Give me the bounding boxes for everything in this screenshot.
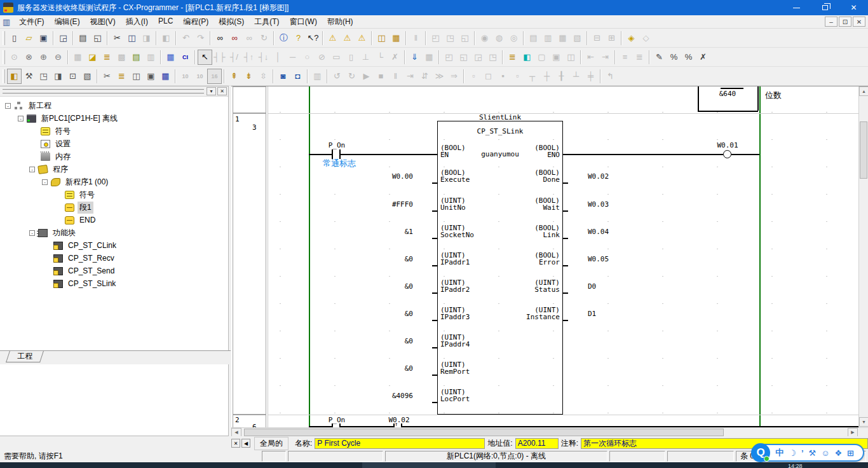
- force-off-icon[interactable]: %: [667, 50, 681, 65]
- properties-info-icon[interactable]: ⓘ: [276, 31, 291, 46]
- fb-output-operand-done[interactable]: W0.02: [588, 172, 609, 181]
- monitor-view-icon[interactable]: ▩: [114, 50, 129, 65]
- vscroll-thumb[interactable]: [860, 121, 867, 179]
- rung-comment-list-icon[interactable]: ≣: [100, 50, 114, 65]
- scan-run-icon[interactable]: ⇒: [447, 69, 461, 84]
- ime-skin-icon[interactable]: ❖: [834, 448, 842, 458]
- tree-item-cp-st-recv[interactable]: CP_ST_Recv: [0, 252, 228, 265]
- io-transfer-icon[interactable]: ◳: [443, 31, 458, 46]
- select-tool-icon[interactable]: ↖: [198, 50, 212, 65]
- fb-transfer-icon[interactable]: ⇓: [407, 50, 422, 65]
- restore-button[interactable]: [811, 0, 839, 15]
- mem-view-1-icon[interactable]: ▤: [526, 31, 541, 46]
- symbol-list-icon[interactable]: ▤: [129, 50, 144, 65]
- paste-rung-icon[interactable]: ◧: [159, 31, 173, 46]
- save-icon[interactable]: ▣: [36, 31, 51, 46]
- address-window-icon[interactable]: ⊡: [65, 69, 80, 84]
- menu-帮助[interactable]: 帮助(H): [322, 15, 358, 29]
- symbol-name-field[interactable]: P First Cycle: [315, 438, 485, 449]
- menu-视图[interactable]: 视图(V): [85, 15, 121, 29]
- properties-icon[interactable]: ▧: [80, 69, 95, 84]
- output-coil[interactable]: [723, 150, 731, 158]
- tree-item-cp-st-clink[interactable]: CP_ST_CLink: [0, 239, 228, 252]
- watch-find-icon[interactable]: ⚠: [355, 31, 369, 46]
- monitor-1-icon[interactable]: ⊟: [590, 31, 604, 46]
- fb-memory-icon[interactable]: ▦: [422, 50, 437, 65]
- plc-write-protect-icon[interactable]: ◙: [276, 69, 290, 84]
- workspace-toggle-icon[interactable]: ◧: [7, 69, 22, 84]
- fb-library-icon[interactable]: ≣: [114, 69, 129, 84]
- fb-input-operand-execute[interactable]: W0.00: [306, 172, 413, 181]
- address-reference-icon[interactable]: ▦: [389, 31, 403, 46]
- tree-item-program1[interactable]: -新程序1 (00): [0, 176, 228, 188]
- grid-toggle-icon[interactable]: ▦: [71, 50, 85, 65]
- breakpoint-1-icon[interactable]: ▫: [466, 69, 481, 84]
- protect-release-icon[interactable]: ◇: [639, 31, 653, 46]
- ime-emoji-icon[interactable]: ☺: [821, 448, 829, 458]
- contact-nc-icon[interactable]: ┤/: [227, 50, 241, 65]
- rung-up-icon[interactable]: ◲: [471, 50, 485, 65]
- user-3-icon[interactable]: ◎: [506, 31, 521, 46]
- tree-item-settings[interactable]: 设置: [0, 137, 228, 150]
- vertical-line-icon[interactable]: │: [271, 50, 285, 65]
- paste-icon[interactable]: ◨: [139, 31, 154, 46]
- clipboard-view-icon[interactable]: ◫: [129, 69, 144, 84]
- toolbar-grip[interactable]: [3, 50, 5, 64]
- user-2-icon[interactable]: ◍: [492, 31, 506, 46]
- cross-reference-icon[interactable]: ◫: [374, 31, 389, 46]
- fb-instance-list-icon[interactable]: ≣: [505, 50, 520, 65]
- line-delete-icon[interactable]: ✗: [388, 50, 402, 65]
- binary-view-icon[interactable]: ▦: [158, 69, 173, 84]
- search-symbol-icon[interactable]: ∞: [242, 31, 257, 46]
- breakpoint-3-icon[interactable]: ▪: [496, 69, 510, 84]
- rung-header-2[interactable]: 2 6: [233, 415, 266, 427]
- fb-output-operand-link[interactable]: W0.04: [588, 228, 609, 236]
- fb-input-operand-unitno[interactable]: #FFF0: [306, 200, 413, 209]
- tree-item-symbols[interactable]: 符号: [0, 125, 228, 137]
- open-icon[interactable]: ▱: [22, 31, 36, 46]
- smart-input-icon[interactable]: ▦: [163, 50, 178, 65]
- mem-view-3-icon[interactable]: ▦: [555, 31, 570, 46]
- run-icon[interactable]: ▶: [359, 69, 374, 84]
- horizontal-scrollbar[interactable]: ◀ ▶: [231, 427, 868, 437]
- tree-item-memory[interactable]: 内存: [0, 150, 228, 163]
- outdent-icon[interactable]: ⇤: [583, 50, 598, 65]
- tree-item-section1[interactable]: 段1: [0, 201, 228, 214]
- windows-taskbar[interactable]: 14:28: [0, 462, 868, 468]
- fb-output-operand-error[interactable]: W0.05: [588, 255, 609, 263]
- redo-icon[interactable]: ↷: [193, 31, 208, 46]
- compile-program-icon[interactable]: ▥: [310, 69, 325, 84]
- expand-collapse-icon[interactable]: -: [42, 179, 48, 185]
- list-detail-icon[interactable]: ≣: [632, 50, 647, 65]
- symbol-bar-close-button[interactable]: ✕: [231, 439, 240, 448]
- copy-icon[interactable]: ◫: [125, 31, 139, 46]
- pause-monitor-icon[interactable]: ‖: [409, 31, 423, 46]
- mdi-restore-button[interactable]: ⊡: [839, 17, 851, 27]
- pane-split-left-button[interactable]: ◀: [231, 428, 241, 437]
- rung-header-1[interactable]: 1 3: [233, 113, 266, 415]
- context-help-icon[interactable]: ↖?: [306, 31, 320, 46]
- force-clear-icon[interactable]: ✗: [696, 50, 710, 65]
- fb-input-operand-ipaddr4[interactable]: &0: [306, 337, 413, 345]
- menu-编程[interactable]: 编程(P): [178, 15, 214, 29]
- fb-edit-icon[interactable]: ✂: [100, 69, 114, 84]
- work-online-icon[interactable]: ↺: [330, 69, 344, 84]
- force-on-icon[interactable]: ✎: [652, 50, 667, 65]
- continuous-run-icon[interactable]: ≫: [432, 69, 447, 84]
- print-preview-window-icon[interactable]: ◲: [56, 31, 71, 46]
- expand-collapse-icon[interactable]: -: [18, 116, 24, 121]
- stop-icon[interactable]: ■: [374, 69, 388, 84]
- diff-monitor-3-icon[interactable]: ╂: [554, 69, 569, 84]
- toolbar-grip[interactable]: [3, 69, 5, 83]
- diff-monitor-5-icon[interactable]: ╪: [583, 69, 598, 84]
- ime-logo-icon[interactable]: Q: [751, 443, 770, 462]
- toolbar-grip[interactable]: [3, 31, 5, 45]
- tree-item-cp-st-slink[interactable]: CP_ST_SLink: [0, 277, 228, 290]
- force-cancel-icon[interactable]: %: [681, 50, 696, 65]
- expand-collapse-icon[interactable]: -: [29, 230, 35, 236]
- fb-input-operand-locport[interactable]: &4096: [306, 392, 413, 400]
- rung-delete-icon[interactable]: ◱: [456, 50, 471, 65]
- fb-input-operand-ipaddr2[interactable]: &0: [306, 282, 413, 291]
- line-corner-icon[interactable]: └: [373, 50, 388, 65]
- menu-窗口[interactable]: 窗口(W): [285, 15, 322, 29]
